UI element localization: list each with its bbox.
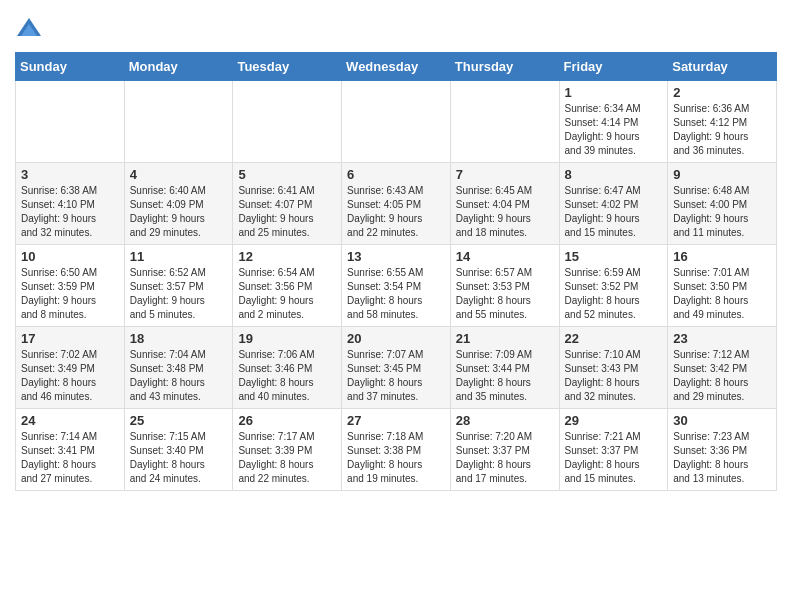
day-info: Sunrise: 6:34 AM Sunset: 4:14 PM Dayligh… xyxy=(565,102,663,158)
calendar-cell: 23Sunrise: 7:12 AM Sunset: 3:42 PM Dayli… xyxy=(668,327,777,409)
calendar-cell: 14Sunrise: 6:57 AM Sunset: 3:53 PM Dayli… xyxy=(450,245,559,327)
calendar-cell: 15Sunrise: 6:59 AM Sunset: 3:52 PM Dayli… xyxy=(559,245,668,327)
calendar-table: SundayMondayTuesdayWednesdayThursdayFrid… xyxy=(15,52,777,491)
calendar-cell: 10Sunrise: 6:50 AM Sunset: 3:59 PM Dayli… xyxy=(16,245,125,327)
calendar-cell: 1Sunrise: 6:34 AM Sunset: 4:14 PM Daylig… xyxy=(559,81,668,163)
week-row-5: 24Sunrise: 7:14 AM Sunset: 3:41 PM Dayli… xyxy=(16,409,777,491)
day-info: Sunrise: 6:55 AM Sunset: 3:54 PM Dayligh… xyxy=(347,266,445,322)
calendar-cell: 27Sunrise: 7:18 AM Sunset: 3:38 PM Dayli… xyxy=(342,409,451,491)
weekday-header-wednesday: Wednesday xyxy=(342,53,451,81)
calendar-cell: 19Sunrise: 7:06 AM Sunset: 3:46 PM Dayli… xyxy=(233,327,342,409)
day-info: Sunrise: 6:52 AM Sunset: 3:57 PM Dayligh… xyxy=(130,266,228,322)
day-number: 3 xyxy=(21,167,119,182)
day-number: 7 xyxy=(456,167,554,182)
day-info: Sunrise: 6:54 AM Sunset: 3:56 PM Dayligh… xyxy=(238,266,336,322)
weekday-header-sunday: Sunday xyxy=(16,53,125,81)
day-number: 14 xyxy=(456,249,554,264)
day-number: 22 xyxy=(565,331,663,346)
day-info: Sunrise: 7:10 AM Sunset: 3:43 PM Dayligh… xyxy=(565,348,663,404)
day-number: 15 xyxy=(565,249,663,264)
weekday-header-saturday: Saturday xyxy=(668,53,777,81)
calendar-cell: 9Sunrise: 6:48 AM Sunset: 4:00 PM Daylig… xyxy=(668,163,777,245)
day-info: Sunrise: 7:12 AM Sunset: 3:42 PM Dayligh… xyxy=(673,348,771,404)
day-number: 9 xyxy=(673,167,771,182)
day-info: Sunrise: 7:23 AM Sunset: 3:36 PM Dayligh… xyxy=(673,430,771,486)
calendar-cell: 24Sunrise: 7:14 AM Sunset: 3:41 PM Dayli… xyxy=(16,409,125,491)
day-info: Sunrise: 7:09 AM Sunset: 3:44 PM Dayligh… xyxy=(456,348,554,404)
day-number: 8 xyxy=(565,167,663,182)
calendar-cell xyxy=(342,81,451,163)
day-info: Sunrise: 7:14 AM Sunset: 3:41 PM Dayligh… xyxy=(21,430,119,486)
day-info: Sunrise: 6:57 AM Sunset: 3:53 PM Dayligh… xyxy=(456,266,554,322)
calendar-cell: 30Sunrise: 7:23 AM Sunset: 3:36 PM Dayli… xyxy=(668,409,777,491)
day-number: 13 xyxy=(347,249,445,264)
weekday-header-row: SundayMondayTuesdayWednesdayThursdayFrid… xyxy=(16,53,777,81)
calendar-cell: 13Sunrise: 6:55 AM Sunset: 3:54 PM Dayli… xyxy=(342,245,451,327)
calendar-cell: 22Sunrise: 7:10 AM Sunset: 3:43 PM Dayli… xyxy=(559,327,668,409)
calendar-cell: 17Sunrise: 7:02 AM Sunset: 3:49 PM Dayli… xyxy=(16,327,125,409)
day-info: Sunrise: 6:41 AM Sunset: 4:07 PM Dayligh… xyxy=(238,184,336,240)
day-number: 1 xyxy=(565,85,663,100)
week-row-2: 3Sunrise: 6:38 AM Sunset: 4:10 PM Daylig… xyxy=(16,163,777,245)
header xyxy=(15,10,777,44)
day-info: Sunrise: 6:59 AM Sunset: 3:52 PM Dayligh… xyxy=(565,266,663,322)
day-number: 27 xyxy=(347,413,445,428)
calendar-cell: 16Sunrise: 7:01 AM Sunset: 3:50 PM Dayli… xyxy=(668,245,777,327)
calendar-cell: 21Sunrise: 7:09 AM Sunset: 3:44 PM Dayli… xyxy=(450,327,559,409)
day-number: 2 xyxy=(673,85,771,100)
day-info: Sunrise: 6:40 AM Sunset: 4:09 PM Dayligh… xyxy=(130,184,228,240)
day-number: 23 xyxy=(673,331,771,346)
day-number: 17 xyxy=(21,331,119,346)
day-info: Sunrise: 6:47 AM Sunset: 4:02 PM Dayligh… xyxy=(565,184,663,240)
day-info: Sunrise: 7:20 AM Sunset: 3:37 PM Dayligh… xyxy=(456,430,554,486)
day-info: Sunrise: 7:07 AM Sunset: 3:45 PM Dayligh… xyxy=(347,348,445,404)
calendar-cell: 4Sunrise: 6:40 AM Sunset: 4:09 PM Daylig… xyxy=(124,163,233,245)
day-number: 24 xyxy=(21,413,119,428)
day-number: 11 xyxy=(130,249,228,264)
day-info: Sunrise: 7:18 AM Sunset: 3:38 PM Dayligh… xyxy=(347,430,445,486)
calendar-cell: 3Sunrise: 6:38 AM Sunset: 4:10 PM Daylig… xyxy=(16,163,125,245)
day-info: Sunrise: 6:38 AM Sunset: 4:10 PM Dayligh… xyxy=(21,184,119,240)
day-number: 28 xyxy=(456,413,554,428)
day-number: 10 xyxy=(21,249,119,264)
calendar-cell: 25Sunrise: 7:15 AM Sunset: 3:40 PM Dayli… xyxy=(124,409,233,491)
day-info: Sunrise: 6:45 AM Sunset: 4:04 PM Dayligh… xyxy=(456,184,554,240)
calendar-cell: 8Sunrise: 6:47 AM Sunset: 4:02 PM Daylig… xyxy=(559,163,668,245)
logo xyxy=(15,16,46,44)
day-number: 19 xyxy=(238,331,336,346)
day-number: 25 xyxy=(130,413,228,428)
calendar-cell: 18Sunrise: 7:04 AM Sunset: 3:48 PM Dayli… xyxy=(124,327,233,409)
calendar-cell: 26Sunrise: 7:17 AM Sunset: 3:39 PM Dayli… xyxy=(233,409,342,491)
day-number: 5 xyxy=(238,167,336,182)
day-number: 16 xyxy=(673,249,771,264)
day-number: 26 xyxy=(238,413,336,428)
logo-icon xyxy=(15,16,43,44)
day-info: Sunrise: 6:50 AM Sunset: 3:59 PM Dayligh… xyxy=(21,266,119,322)
day-number: 12 xyxy=(238,249,336,264)
day-number: 21 xyxy=(456,331,554,346)
weekday-header-thursday: Thursday xyxy=(450,53,559,81)
calendar-cell xyxy=(233,81,342,163)
day-number: 30 xyxy=(673,413,771,428)
weekday-header-friday: Friday xyxy=(559,53,668,81)
day-number: 18 xyxy=(130,331,228,346)
day-number: 20 xyxy=(347,331,445,346)
calendar-cell: 5Sunrise: 6:41 AM Sunset: 4:07 PM Daylig… xyxy=(233,163,342,245)
day-info: Sunrise: 6:36 AM Sunset: 4:12 PM Dayligh… xyxy=(673,102,771,158)
calendar-cell: 6Sunrise: 6:43 AM Sunset: 4:05 PM Daylig… xyxy=(342,163,451,245)
day-number: 29 xyxy=(565,413,663,428)
week-row-3: 10Sunrise: 6:50 AM Sunset: 3:59 PM Dayli… xyxy=(16,245,777,327)
calendar-cell: 12Sunrise: 6:54 AM Sunset: 3:56 PM Dayli… xyxy=(233,245,342,327)
calendar-cell xyxy=(16,81,125,163)
calendar-cell xyxy=(450,81,559,163)
day-info: Sunrise: 6:43 AM Sunset: 4:05 PM Dayligh… xyxy=(347,184,445,240)
day-info: Sunrise: 7:17 AM Sunset: 3:39 PM Dayligh… xyxy=(238,430,336,486)
day-number: 4 xyxy=(130,167,228,182)
day-info: Sunrise: 7:15 AM Sunset: 3:40 PM Dayligh… xyxy=(130,430,228,486)
weekday-header-tuesday: Tuesday xyxy=(233,53,342,81)
day-info: Sunrise: 7:04 AM Sunset: 3:48 PM Dayligh… xyxy=(130,348,228,404)
day-info: Sunrise: 7:01 AM Sunset: 3:50 PM Dayligh… xyxy=(673,266,771,322)
calendar-cell: 28Sunrise: 7:20 AM Sunset: 3:37 PM Dayli… xyxy=(450,409,559,491)
calendar-cell: 7Sunrise: 6:45 AM Sunset: 4:04 PM Daylig… xyxy=(450,163,559,245)
day-info: Sunrise: 7:06 AM Sunset: 3:46 PM Dayligh… xyxy=(238,348,336,404)
